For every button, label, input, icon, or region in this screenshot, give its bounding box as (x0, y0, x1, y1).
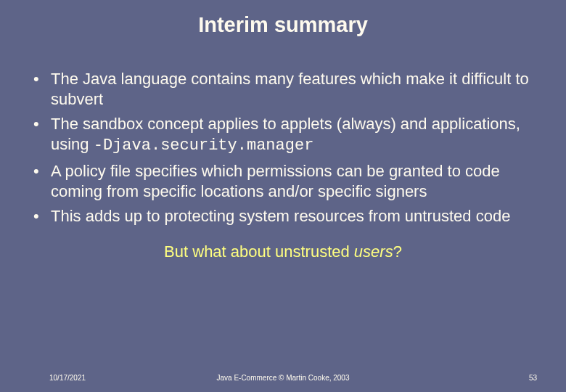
footer: 10/17/2021 Java E-Commerce © Martin Cook… (0, 374, 566, 382)
bullet-list: The Java language contains many features… (22, 69, 544, 226)
code-text: -Djava.security.manager (94, 136, 314, 155)
callout-prefix: But what about unstrusted (164, 242, 354, 261)
bullet-item: The Java language contains many features… (30, 69, 544, 110)
bullet-item: This adds up to protecting system resour… (30, 206, 544, 226)
slide-title: Interim summary (22, 13, 544, 37)
callout-suffix: ? (393, 242, 402, 261)
bullet-item: The sandbox concept applies to applets (… (30, 114, 544, 156)
bullet-item: A policy file specifies which permission… (30, 161, 544, 202)
footer-date: 10/17/2021 (49, 374, 86, 382)
footer-page: 53 (529, 374, 537, 382)
callout-italic: users (354, 242, 393, 261)
callout-text: But what about unstrusted users? (22, 242, 544, 261)
slide: Interim summary The Java language contai… (0, 0, 566, 392)
footer-center: Java E-Commerce © Martin Cooke, 2003 (217, 374, 350, 382)
